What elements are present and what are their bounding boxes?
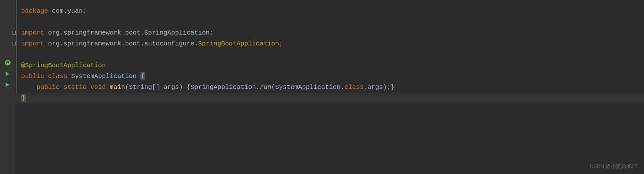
semicolon: ; <box>83 7 87 15</box>
args-param: [] args <box>152 83 179 91</box>
open-paren: ( <box>125 83 129 91</box>
close-paren: ) <box>383 83 387 91</box>
import-path: org.springframework.boot.SpringApplicati… <box>44 29 210 36</box>
code-line-package[interactable]: package com.yuan; <box>15 6 644 17</box>
run-method: run <box>260 83 271 91</box>
import-path: org.springframework.boot.autoconfigure. <box>44 40 198 47</box>
run-method-icon[interactable] <box>4 82 11 88</box>
spring-leaf-icon[interactable] <box>4 59 11 66</box>
code-line-close[interactable]: } <box>15 93 644 104</box>
open-brace: { <box>140 72 145 80</box>
close-brace: } <box>21 94 26 102</box>
code-line-import1[interactable]: import org.springframework.boot.SpringAp… <box>15 28 644 38</box>
annotation: @SpringBootApplication <box>21 62 106 69</box>
keyword-class: class <box>344 83 364 91</box>
svg-point-0 <box>5 60 11 66</box>
code-line-empty[interactable] <box>15 17 644 28</box>
close-brace: } <box>390 83 394 91</box>
keyword-class: class <box>48 73 67 80</box>
open-paren: ( <box>271 83 275 91</box>
keyword-static: static <box>63 83 87 91</box>
method-main: main <box>110 83 125 91</box>
fold-icon[interactable] <box>12 31 16 35</box>
spring-app-class: SpringApplication <box>190 83 256 91</box>
open-brace: { <box>187 83 190 91</box>
keyword-void: void <box>90 83 106 91</box>
editor-container: package com.yuan; import org.springframe… <box>0 0 644 174</box>
semicolon: ; <box>279 40 283 47</box>
gutter <box>0 0 15 174</box>
fold-end-icon[interactable] <box>12 42 16 45</box>
annotation-class: SpringBootApplication <box>198 40 279 47</box>
type-string: String <box>129 83 152 91</box>
code-line-class-decl[interactable]: public class SystemApplication { <box>15 71 644 82</box>
args-var: args <box>367 83 383 91</box>
semicolon: ; <box>210 29 213 36</box>
keyword-public: public <box>21 73 44 80</box>
run-class-icon[interactable] <box>4 71 11 77</box>
class-name: SystemApplication <box>71 73 137 80</box>
code-line-import2[interactable]: import org.springframework.boot.autoconf… <box>15 38 644 49</box>
code-editor[interactable]: package com.yuan; import org.springframe… <box>15 0 644 174</box>
keyword-import: import <box>21 29 44 36</box>
semicolon: ; <box>387 83 390 91</box>
watermark: CSDN @小菜鸡9527 <box>590 163 638 170</box>
sys-app-class: SystemApplication <box>275 83 340 91</box>
keyword-package: package <box>21 7 48 15</box>
package-name: com.yuan <box>48 7 83 15</box>
close-paren: ) <box>179 83 183 91</box>
code-line-annotation[interactable]: @SpringBootApplication <box>15 60 644 71</box>
code-line-main[interactable]: public static void main(String[] args) {… <box>15 82 644 93</box>
keyword-public: public <box>37 83 60 91</box>
code-line-empty[interactable] <box>15 49 644 60</box>
keyword-import: import <box>21 40 44 47</box>
